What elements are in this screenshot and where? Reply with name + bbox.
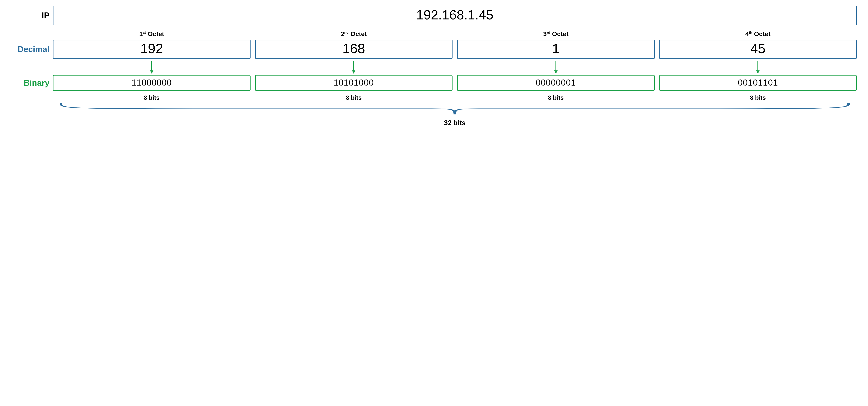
svg-marker-1 — [150, 70, 153, 74]
total-bits-label: 32 bits — [53, 119, 857, 127]
octet-header-3: 3rd Octet — [457, 30, 655, 38]
octet-header-4: 4th Octet — [659, 30, 857, 38]
decimal-box-2: 168 — [255, 40, 453, 59]
binary-box-4: 00101101 — [659, 75, 857, 91]
arrow-1 — [53, 61, 251, 74]
bits-label-4: 8 bits — [659, 93, 857, 101]
brace-icon — [53, 101, 857, 118]
octet-header-1: 1st Octet — [53, 30, 251, 38]
decimal-label: Decimal — [11, 44, 53, 54]
svg-marker-3 — [352, 70, 355, 74]
brace-total: 32 bits — [53, 101, 857, 127]
arrow-4 — [659, 61, 857, 74]
ip-full-box: 192.168.1.45 — [53, 6, 857, 25]
binary-box-1: 11000000 — [53, 75, 251, 91]
decimal-box-3: 1 — [457, 40, 655, 59]
arrow-row — [11, 61, 857, 74]
svg-marker-7 — [756, 70, 760, 74]
binary-row: Binary 11000000 10101000 00000001 001011… — [11, 75, 857, 91]
decimal-row: Decimal 192 168 1 45 — [11, 40, 857, 59]
bits-label-1: 8 bits — [53, 93, 251, 101]
binary-label: Binary — [11, 78, 53, 88]
ip-row: IP 192.168.1.45 — [11, 6, 857, 25]
bits-label-3: 8 bits — [457, 93, 655, 101]
decimal-box-1: 192 — [53, 40, 251, 59]
ip-label: IP — [11, 11, 53, 20]
decimal-box-4: 45 — [659, 40, 857, 59]
octet-header-row: 1st Octet 2nd Octet 3rd Octet 4th Octet — [11, 30, 857, 38]
arrow-3 — [457, 61, 655, 74]
bits-row: 8 bits 8 bits 8 bits 8 bits — [11, 93, 857, 101]
bits-label-2: 8 bits — [255, 93, 453, 101]
svg-marker-5 — [554, 70, 558, 74]
binary-box-3: 00000001 — [457, 75, 655, 91]
octet-header-2: 2nd Octet — [255, 30, 453, 38]
arrow-2 — [255, 61, 453, 74]
binary-box-2: 10101000 — [255, 75, 453, 91]
